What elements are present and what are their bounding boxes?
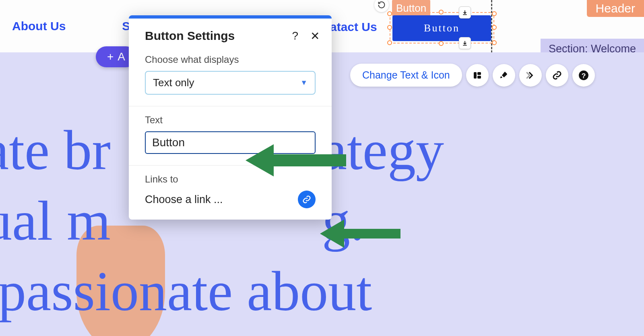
svg-rect-1 [477, 72, 481, 75]
svg-text:?: ? [581, 71, 586, 79]
add-label: A [118, 50, 125, 63]
links-to-label: Links to [145, 174, 316, 185]
plus-icon: + [107, 50, 114, 63]
link-icon[interactable] [546, 64, 568, 87]
link-placeholder: Choose a link ... [145, 193, 223, 206]
help-icon[interactable]: ? [572, 64, 595, 87]
resize-handle[interactable] [387, 40, 392, 45]
layout-icon[interactable] [466, 64, 489, 87]
resize-handle[interactable] [387, 11, 392, 16]
element-toolbar: Change Text & Icon ? [350, 64, 595, 87]
text-label: Text [145, 114, 316, 126]
svg-rect-0 [474, 72, 477, 79]
svg-rect-2 [477, 76, 481, 79]
resize-handle[interactable] [387, 25, 392, 30]
button-settings-panel: Button Settings ? ✕ Choose what displays… [129, 15, 332, 220]
nav-contact[interactable]: atact Us [330, 20, 377, 34]
choose-link-button[interactable] [298, 191, 316, 208]
panel-title: Button Settings [145, 29, 235, 43]
display-select[interactable]: Text only ▼ [145, 71, 316, 95]
panel-help-icon[interactable]: ? [292, 29, 298, 43]
design-brush-icon[interactable] [493, 64, 515, 87]
panel-accent-bar [129, 15, 332, 19]
animation-icon[interactable] [519, 64, 542, 87]
resize-handle[interactable] [492, 40, 497, 45]
display-label: Choose what displays [145, 54, 316, 65]
button-text-input[interactable] [145, 131, 316, 154]
resize-handle[interactable] [439, 10, 444, 15]
spacing-bottom-icon[interactable] [459, 37, 471, 49]
resize-handle[interactable] [492, 25, 497, 30]
spacing-top-icon[interactable] [459, 6, 471, 19]
panel-close-icon[interactable]: ✕ [310, 29, 320, 43]
nav-about[interactable]: About Us [12, 19, 66, 33]
display-value: Text only [153, 77, 194, 89]
resize-handle[interactable] [492, 11, 497, 16]
resize-handle[interactable] [439, 41, 444, 46]
chevron-down-icon: ▼ [300, 79, 308, 87]
change-text-button[interactable]: Change Text & Icon [350, 64, 462, 87]
element-label-header: Header [587, 0, 644, 17]
selected-button-element[interactable]: Button [392, 15, 491, 41]
